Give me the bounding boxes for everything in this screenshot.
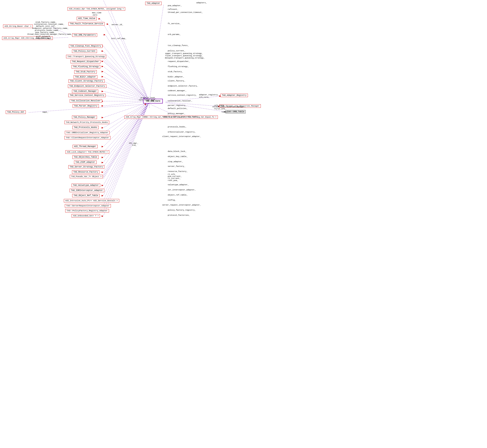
node-TAO_ObjectKey_Table[interactable]: TAO_ObjectKey_Table: [73, 155, 98, 159]
label-endpoint_selector_factory: endpoint_selector_factory_: [168, 85, 198, 87]
label-service_context_registry: service_context_registry_: [168, 94, 197, 96]
svg-marker-62: [102, 71, 103, 72]
label-object_ref_table: object_ref_table_: [168, 194, 187, 196]
node-TAO_IORInterceptor_Adapter[interactable]: TAO_IORInterceptor_Adapter: [70, 189, 104, 192]
node-ACE_String_Base[interactable]: ACE_String_Base< char >: [3, 24, 33, 28]
label-sync_scope_hook: sync_scope_hook_: [139, 99, 156, 101]
label-client_request_interceptor_adapter: client_request_interceptor_adapter_: [162, 136, 201, 138]
svg-marker-61: [102, 66, 103, 67]
label-parser_registry: parser_registry_: [168, 104, 186, 106]
svg-line-3: [108, 24, 149, 101]
label-lrm: lrm_: [132, 144, 137, 146]
label-endpoints_map2: endpoints_map_: [35, 37, 52, 40]
node-ACE_Thread_Manager[interactable]: ACE_Thread_Manager: [73, 145, 97, 148]
svg-line-7: [103, 46, 149, 101]
label-default_policies: default_policies_: [168, 107, 187, 110]
svg-line-40: [103, 102, 149, 191]
svg-marker-79: [102, 162, 103, 163]
svg-marker-83: [102, 185, 103, 186]
node-TAO_Server_Strategy_Factory[interactable]: TAO_Server_Strategy_Factory: [68, 165, 104, 169]
node-ACE_Unbounded_Set[interactable]: ACE_Unbounded_Set< T >: [72, 214, 100, 217]
svg-marker-58: [102, 50, 103, 52]
label-policy_manager: policy_manager_: [168, 112, 185, 115]
node-TAO_Protocols_Hooks[interactable]: TAO_Protocols_Hooks: [73, 126, 98, 129]
svg-marker-55: [107, 23, 108, 25]
svg-marker-71: [102, 117, 103, 118]
label-ft_service: ft_service_: [168, 23, 181, 25]
node-ACE_Atomic_Op[interactable]: ACE_Atomic_Op< TAO_SYNCH_MUTEX, unsigned…: [67, 7, 125, 11]
label-endpoints_map: init_ref_map_: [111, 37, 126, 40]
svg-marker-85: [102, 195, 103, 197]
svg-marker-63: [102, 76, 103, 78]
node-TAO_ServerRequestInterceptor_Adapter[interactable]: TAO::ServerRequestInterceptor_Adapter: [65, 204, 111, 208]
svg-marker-60: [102, 61, 103, 62]
node-TAO_Flushing_Strategy[interactable]: TAO_Flushing_Strategy: [72, 65, 100, 69]
node-TAO_Valuetype_Adapter[interactable]: TAO_Valuetype_Adapter: [72, 184, 100, 187]
label-orb_params: orb_params_: [168, 33, 181, 36]
node-TAO_Resource_Factory[interactable]: TAO_Resource_Factory: [72, 170, 99, 174]
label-flushing_strategy: flushing_strategy_: [168, 65, 189, 68]
node-ACE_Time_Value[interactable]: ACE_Time_Value: [77, 17, 97, 20]
node-TAO_Fault_Tolerance_Service[interactable]: TAO_Fault_Tolerance_Service: [69, 22, 105, 25]
svg-line-29: [103, 102, 149, 147]
node-TAO_Stub_Factory[interactable]: TAO_Stub_Factory: [74, 70, 97, 74]
label-policy_factory_registry: policy_factory_registry_: [168, 209, 196, 211]
node-TAO_ClientRequestInterceptor_Adapter[interactable]: TAO::ClientRequestInterceptor_Adapter: [65, 136, 110, 139]
node-TAO_Client_Strategy_Factory[interactable]: TAO_Client_Strategy_Factory: [69, 79, 105, 83]
label-ior_interceptor_adapter: ior_interceptor_adapter_: [168, 189, 196, 191]
label-protocol_factories: protocol_factories_: [168, 214, 190, 216]
node-TAO_Endpoint_Selector_Factory[interactable]: TAO_Endpoint_Selector_Factory: [68, 84, 106, 88]
svg-line-38: [103, 102, 149, 179]
node-TAO_ORB_Table[interactable]: TAO::ORB_Table: [226, 110, 246, 113]
node-TAO_Cleanup_Func_Registry[interactable]: TAO_Cleanup_Func_Registry: [69, 44, 103, 48]
diagram-container: TAO_Adapter ACE_Atomic_Op< TAO_SYNCH_MUT…: [0, 0, 487, 448]
label-ziop_adapter: ziop_adapter_: [168, 160, 183, 163]
svg-line-33: [103, 102, 149, 167]
node-TAO_Codeset_Manager[interactable]: TAO_Codeset_Manager: [72, 89, 98, 93]
label-config: config_: [168, 199, 176, 201]
svg-line-37: [103, 102, 149, 178]
svg-line-10: [103, 58, 149, 101]
label-root_poa: root_poa_: [168, 179, 178, 182]
label-refcount: refcount_: [168, 8, 178, 10]
node-TAO_ORBInitializer_Registry_Adapter[interactable]: TAO::ORBInitializer_Registry_Adapter: [65, 131, 110, 134]
label-table: table_: [221, 111, 228, 113]
label-data_block_lock: data_block_lock_: [168, 150, 186, 152]
label-policy_current: policy_current_: [168, 50, 185, 52]
label-eager_transport: eager_transport_queueing_strategy_: [165, 53, 203, 55]
node-ACE_Intrusive_Auto_Ptr[interactable]: ACE_Intrusive_Auto_Ptr< ACE_Service_Gest…: [64, 199, 119, 202]
label-bidir_adapter: bidir_adapter_: [168, 76, 184, 78]
label-thread_lane_resources_manager_factory_name: thread_lane_resources_manager_factory_na…: [27, 33, 72, 35]
label-tss_cleanup_funcs: tss_cleanup_funcs_: [168, 44, 189, 47]
node-TAO_ORB_Parameters[interactable]: TAO_ORB_Parameters: [72, 33, 97, 37]
node-TAO_Pseudo_Var_T[interactable]: TAO_Pseudo_Var_T< Object >: [70, 175, 103, 178]
node-TAO_BiDir_Adapter[interactable]: TAO_BiDir_Adapter: [74, 75, 97, 79]
svg-line-12: [103, 61, 149, 101]
label-delayed_transport: delayed_transport_queueing_strategy_: [165, 57, 204, 59]
node-TAO_PolicyFactory_Registry_Adapter[interactable]: TAO::PolicyFactory_Registry_Adapter: [65, 209, 109, 212]
node-TAO_Policy_Manager[interactable]: TAO_Policy_Manager: [72, 116, 97, 119]
node-ACE_Lock_Adapter[interactable]: ACE_Lock_Adapter< TAO_SYNCH_MUTEX >: [65, 150, 109, 154]
svg-line-25: [103, 0, 149, 102]
node-TAO_Policy_Current[interactable]: TAO_Policy_Current: [72, 49, 97, 53]
node-TAO_ZIOP_Adapter[interactable]: TAO_ZIOP_Adapter: [74, 160, 97, 164]
label-valuetype_adapter: valuetype_adapter_: [168, 184, 189, 186]
label-flush_transport: flush_transport_queueing_strategy_: [165, 55, 203, 57]
label-stub_factory: stub_factory_: [168, 71, 183, 73]
node-TAO_Parser_Registry[interactable]: TAO_Parser_Registry: [73, 104, 99, 108]
node-TAO_Adapter_Registry[interactable]: TAO_Adapter_Registry: [220, 94, 248, 97]
svg-marker-54: [98, 18, 100, 20]
node-TAO_Policy_Set[interactable]: TAO_Policy_Set: [6, 110, 26, 114]
node-TAO_Object_Ref_Table[interactable]: TAO_Object_Ref_Table: [72, 194, 100, 197]
label-impl: impl_: [42, 111, 48, 113]
svg-marker-89: [102, 215, 103, 217]
svg-line-39: [103, 102, 149, 185]
label-max_time: max_time: [92, 12, 101, 14]
node-TAO_Network_Priority_Protocols_Hooks[interactable]: TAO_Network_Priority_Protocols_Hooks: [65, 121, 109, 124]
node-TAO_Adapter[interactable]: TAO_Adapter: [145, 2, 162, 5]
node-TAO_Request_Dispatcher[interactable]: TAO_Request_Dispatcher: [71, 60, 100, 63]
label-protocols_hooks: protocols_hooks_: [168, 126, 186, 128]
node-TAO_Service_Context_Registry[interactable]: TAO_Service_Context_Registry: [68, 94, 106, 97]
node-TAO_Transport_Queueing_Strategy[interactable]: TAO::Transport_Queueing_Strategy: [66, 55, 106, 58]
node-TAO_Collocation_Resolver[interactable]: TAO_Collocation_Resolver: [70, 99, 102, 103]
